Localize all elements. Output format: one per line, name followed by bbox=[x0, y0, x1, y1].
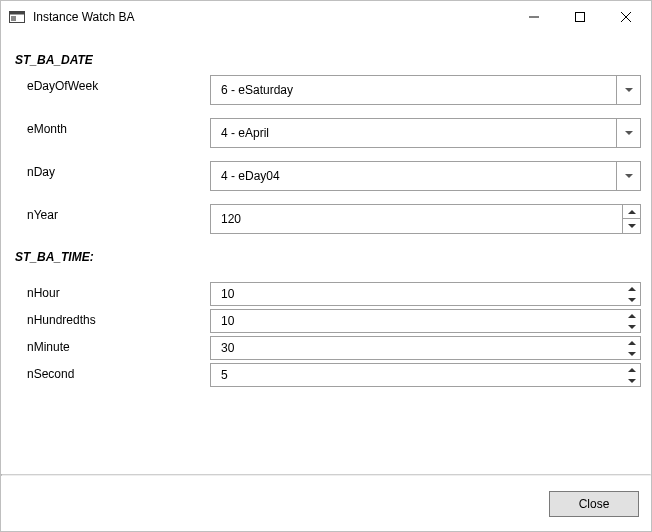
maximize-icon bbox=[575, 12, 585, 22]
app-icon bbox=[9, 9, 25, 25]
caret-up-icon bbox=[628, 341, 636, 345]
caret-up-icon bbox=[628, 210, 636, 214]
label-edayofweek: eDayOfWeek bbox=[15, 75, 210, 105]
spinner-up-button[interactable] bbox=[623, 205, 640, 219]
chevron-down-icon bbox=[625, 131, 633, 135]
spinner-up-button[interactable] bbox=[624, 337, 640, 348]
row-edayofweek: eDayOfWeek 6 - eSaturday bbox=[15, 75, 641, 105]
svg-rect-1 bbox=[10, 12, 25, 15]
dropdown-button[interactable] bbox=[616, 162, 640, 190]
close-button-label: Close bbox=[579, 497, 610, 511]
spinner-up-button[interactable] bbox=[624, 310, 640, 321]
spinner-value: 120 bbox=[221, 212, 622, 226]
section-title-time: ST_BA_TIME: bbox=[15, 250, 641, 264]
dropdown-value: 6 - eSaturday bbox=[221, 83, 616, 97]
dropdown-nday[interactable]: 4 - eDay04 bbox=[210, 161, 641, 191]
caret-up-icon bbox=[628, 368, 636, 372]
spinner-down-button[interactable] bbox=[624, 321, 640, 332]
spinner-down-button[interactable] bbox=[624, 348, 640, 359]
dropdown-button[interactable] bbox=[616, 119, 640, 147]
spinner-down-button[interactable] bbox=[623, 219, 640, 233]
row-nhundredths: nHundredths 10 bbox=[15, 309, 641, 333]
svg-line-5 bbox=[621, 12, 631, 22]
caret-down-icon bbox=[628, 379, 636, 383]
row-nday: nDay 4 - eDay04 bbox=[15, 161, 641, 191]
caret-down-icon bbox=[628, 298, 636, 302]
chevron-down-icon bbox=[625, 174, 633, 178]
close-icon bbox=[621, 12, 631, 22]
svg-line-6 bbox=[621, 12, 631, 22]
svg-rect-4 bbox=[576, 13, 585, 22]
content-area: ST_BA_DATE eDayOfWeek 6 - eSaturday eMon… bbox=[1, 33, 651, 474]
spinner-nhundredths[interactable]: 10 bbox=[210, 309, 641, 333]
row-emonth: eMonth 4 - eApril bbox=[15, 118, 641, 148]
footer: Close bbox=[1, 476, 651, 531]
label-nminute: nMinute bbox=[15, 336, 210, 360]
spinner-nhour[interactable]: 10 bbox=[210, 282, 641, 306]
label-emonth: eMonth bbox=[15, 118, 210, 148]
spinner-nminute[interactable]: 30 bbox=[210, 336, 641, 360]
spinner-buttons bbox=[624, 283, 640, 305]
label-nsecond: nSecond bbox=[15, 363, 210, 387]
spinner-value: 5 bbox=[221, 368, 624, 382]
label-nhour: nHour bbox=[15, 282, 210, 306]
row-nhour: nHour 10 bbox=[15, 282, 641, 306]
window-title: Instance Watch BA bbox=[33, 10, 511, 24]
spinner-up-button[interactable] bbox=[624, 364, 640, 375]
caret-up-icon bbox=[628, 314, 636, 318]
caret-down-icon bbox=[628, 352, 636, 356]
spinner-nsecond[interactable]: 5 bbox=[210, 363, 641, 387]
spinner-value: 10 bbox=[221, 314, 624, 328]
chevron-down-icon bbox=[625, 88, 633, 92]
spinner-buttons bbox=[624, 310, 640, 332]
label-nyear: nYear bbox=[15, 204, 210, 234]
spinner-down-button[interactable] bbox=[624, 294, 640, 305]
spinner-down-button[interactable] bbox=[624, 375, 640, 386]
close-button[interactable]: Close bbox=[549, 491, 639, 517]
close-window-button[interactable] bbox=[603, 1, 649, 33]
minimize-button[interactable] bbox=[511, 1, 557, 33]
row-nyear: nYear 120 bbox=[15, 204, 641, 234]
spinner-value: 30 bbox=[221, 341, 624, 355]
maximize-button[interactable] bbox=[557, 1, 603, 33]
spinner-nyear[interactable]: 120 bbox=[210, 204, 641, 234]
spinner-up-button[interactable] bbox=[624, 283, 640, 294]
row-nsecond: nSecond 5 bbox=[15, 363, 641, 387]
dropdown-value: 4 - eDay04 bbox=[221, 169, 616, 183]
section-title-date: ST_BA_DATE bbox=[15, 53, 641, 67]
minimize-icon bbox=[529, 12, 539, 22]
window-controls bbox=[511, 1, 649, 33]
dropdown-value: 4 - eApril bbox=[221, 126, 616, 140]
window-root: Instance Watch BA ST_BA_DATE eDayOfWeek … bbox=[0, 0, 652, 532]
label-nhundredths: nHundredths bbox=[15, 309, 210, 333]
svg-rect-2 bbox=[11, 16, 16, 21]
dropdown-emonth[interactable]: 4 - eApril bbox=[210, 118, 641, 148]
caret-down-icon bbox=[628, 224, 636, 228]
spinner-buttons bbox=[624, 337, 640, 359]
spinner-buttons bbox=[624, 364, 640, 386]
dropdown-edayofweek[interactable]: 6 - eSaturday bbox=[210, 75, 641, 105]
label-nday: nDay bbox=[15, 161, 210, 191]
spinner-buttons bbox=[622, 205, 640, 233]
row-nminute: nMinute 30 bbox=[15, 336, 641, 360]
caret-up-icon bbox=[628, 287, 636, 291]
caret-down-icon bbox=[628, 325, 636, 329]
dropdown-button[interactable] bbox=[616, 76, 640, 104]
title-bar: Instance Watch BA bbox=[1, 1, 651, 33]
spinner-value: 10 bbox=[221, 287, 624, 301]
